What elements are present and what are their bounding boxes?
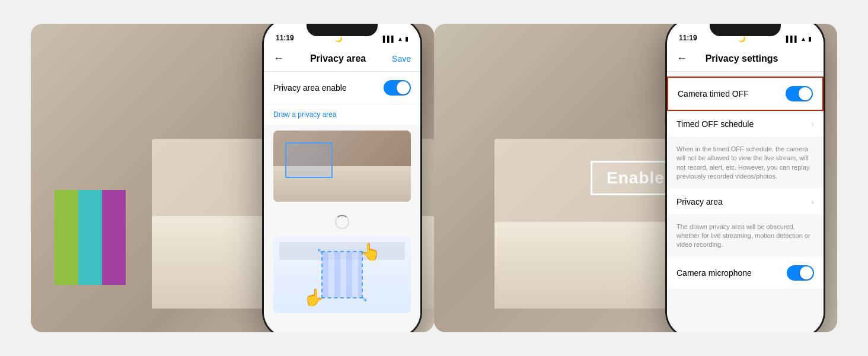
time-right: 11:19 [679,34,697,42]
selection-container: ↖ ↘ 👆 👆 [321,251,363,298]
privacy-area-description-block: The drawn privacy area will be obscured,… [667,215,824,257]
phone-screen-right: 11:19 🌙 ▌▌▌ ▲ ▮ ← Privacy settings [667,24,824,332]
privacy-area-description: The drawn privacy area will be obscured,… [676,223,814,250]
hand-right-icon: 👆 [360,242,381,262]
battery-left: ▮ [405,36,409,42]
arrow-tl-icon: ↖ [317,246,324,256]
timed-off-description-block: When in the timed OFF schedule, the came… [667,138,824,189]
timed-off-description: When in the timed OFF schedule, the came… [676,145,814,182]
phone-screen-left: 11:19 🌙 ▌▌▌ ▲ ▮ ← Privacy area Save Priv… [264,24,420,332]
timed-off-schedule-row[interactable]: Timed OFF schedule › [667,111,824,138]
camera-microphone-block: Camera microphone [676,268,787,278]
camera-preview [273,131,411,202]
color-bar-cyan [78,190,102,285]
notch-right [710,24,781,36]
privacy-area-block: Privacy area [676,197,811,206]
loading-spinner [335,215,349,229]
camera-timed-off-block: Camera timed OFF [678,89,786,98]
camera-timed-off-toggle[interactable] [786,86,813,101]
left-panel: 11:19 🌙 ▌▌▌ ▲ ▮ ← Privacy area Save Priv… [31,24,434,332]
nav-title-right: Privacy settings [706,53,778,64]
color-bar-green [55,190,78,285]
status-icons-left: ▌▌▌ ▲ ▮ [383,36,409,42]
nav-title-left: Privacy area [310,53,366,64]
save-button-left[interactable]: Save [392,54,411,63]
battery-right: ▮ [808,36,812,42]
arrow-br-icon: ↘ [360,294,368,303]
wifi-left: ▲ [397,36,403,42]
enable-text: Enable [607,169,665,187]
color-bars [55,190,126,285]
camera-timed-off-row[interactable]: Camera timed OFF [667,77,824,111]
nav-bar-left: ← Privacy area Save [264,46,420,72]
back-button-left[interactable]: ← [273,52,284,65]
status-icons-right: ▌▌▌ ▲ ▮ [786,36,812,42]
signal-left: ▌▌▌ [383,36,395,42]
spinner-area [264,208,420,236]
privacy-area-content: Privacy area enable Draw a privacy area [264,72,420,332]
drag-box: ↖ ↘ [321,251,363,298]
moon-icon-left: 🌙 [335,36,342,42]
drag-illustration: ↖ ↘ 👆 👆 [273,236,411,313]
spacer-top [667,72,824,77]
color-bar-magenta [102,190,126,285]
privacy-area-row[interactable]: Privacy area › [667,189,824,215]
camera-timed-off-label: Camera timed OFF [678,89,778,98]
enable-toggle[interactable] [384,80,411,96]
draw-hint: Draw a privacy area [264,104,420,125]
drag-stripes [323,252,362,297]
hand-left-icon: 👆 [304,288,324,307]
notch-left [307,24,378,36]
selection-box [285,142,333,178]
enable-row: Privacy area enable [264,72,420,104]
timed-off-schedule-label: Timed OFF schedule [676,119,804,129]
moon-icon-right: 🌙 [738,36,745,42]
camera-microphone-label: Camera microphone [676,268,780,278]
timed-off-schedule-block: Timed OFF schedule [676,119,811,129]
phone-left: 11:19 🌙 ▌▌▌ ▲ ▮ ← Privacy area Save Priv… [262,24,422,332]
camera-microphone-toggle[interactable] [787,265,814,281]
privacy-settings-content: Camera timed OFF Timed OFF schedule › Wh… [667,72,824,332]
signal-right: ▌▌▌ [786,36,799,42]
nav-bar-right: ← Privacy settings [667,46,824,72]
chevron-privacy-icon: › [811,197,814,206]
privacy-area-label: Privacy area [676,197,804,206]
camera-microphone-row: Camera microphone [667,257,824,290]
wifi-right: ▲ [800,36,806,42]
chevron-timed-icon: › [811,119,814,129]
right-panel: Enable 11:19 🌙 ▌▌▌ ▲ ▮ ← Privacy setting… [434,24,837,332]
time-left: 11:19 [276,34,294,42]
enable-label: Privacy area enable [273,83,347,93]
phone-right: 11:19 🌙 ▌▌▌ ▲ ▮ ← Privacy settings [665,24,825,332]
back-button-right[interactable]: ← [676,52,687,65]
